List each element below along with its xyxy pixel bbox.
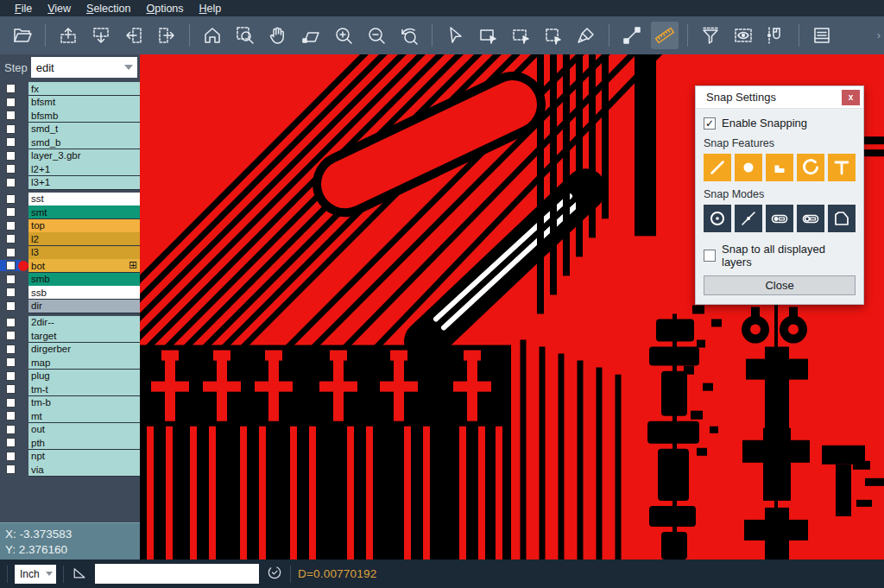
layer-color-bar[interactable]: bot⊞: [28, 259, 140, 272]
layer-row-top[interactable]: top: [0, 219, 140, 232]
layer-color-bar[interactable]: bfsmt: [28, 96, 140, 109]
report-button[interactable]: [808, 22, 836, 49]
snap-pad-button[interactable]: [735, 154, 762, 181]
snap-all-layers-checkbox[interactable]: [704, 250, 716, 262]
layer-row-l2+1[interactable]: l2+1: [0, 162, 140, 175]
ruler-button[interactable]: [651, 22, 679, 49]
layer-color-bar[interactable]: l2: [28, 232, 140, 245]
mode-slot-button[interactable]: [797, 205, 824, 232]
layer-visibility-checkbox[interactable]: [0, 248, 21, 257]
menu-options[interactable]: Options: [138, 1, 191, 16]
pcb-canvas[interactable]: Snap Settings x ✓ Enable Snapping Snap F…: [140, 54, 884, 560]
layer-visibility-checkbox[interactable]: [0, 452, 21, 461]
layer-color-bar[interactable]: fx: [28, 82, 140, 95]
pan-hand-button[interactable]: [264, 22, 292, 49]
layer-color-bar[interactable]: dir: [28, 300, 140, 313]
layer-row-bfsmb[interactable]: bfsmb: [0, 109, 140, 122]
layer-color-bar[interactable]: smb: [28, 273, 140, 286]
layer-visibility-checkbox[interactable]: [0, 124, 21, 134]
layer-row-smd_t[interactable]: smd_t: [0, 123, 140, 136]
enable-snapping-row[interactable]: ✓ Enable Snapping: [704, 117, 856, 130]
zoom-area-button[interactable]: [297, 22, 325, 49]
toolbar-overflow-chevron[interactable]: ›: [877, 28, 881, 41]
mode-midpoint-button[interactable]: [735, 205, 762, 232]
layer-visibility-checkbox[interactable]: [0, 411, 21, 420]
zoom-in-button[interactable]: [330, 22, 357, 49]
layer-visibility-checkbox[interactable]: [0, 465, 21, 474]
layer-visibility-checkbox[interactable]: [0, 221, 21, 231]
layer-visibility-checkbox[interactable]: [0, 301, 21, 311]
layer-color-bar[interactable]: 2dir--: [28, 316, 140, 329]
close-button[interactable]: Close: [704, 275, 856, 295]
layer-color-bar[interactable]: via: [28, 463, 140, 476]
layer-visibility-checkbox[interactable]: [0, 398, 21, 408]
snap-line-button[interactable]: [704, 154, 731, 181]
layer-row-sst[interactable]: sst: [0, 193, 140, 205]
mode-slot-end-button[interactable]: [766, 205, 793, 232]
snap-settings-titlebar[interactable]: Snap Settings x: [696, 86, 863, 109]
layer-visibility-checkbox[interactable]: [0, 207, 21, 217]
layer-visibility-checkbox[interactable]: [0, 178, 21, 187]
command-input[interactable]: [95, 564, 259, 584]
layer-row-target[interactable]: target: [0, 329, 140, 342]
angle-measure-icon[interactable]: [71, 564, 88, 585]
layer-row-smt[interactable]: smt: [0, 205, 140, 218]
layer-row-mt[interactable]: mt: [0, 409, 140, 422]
refresh-check-icon[interactable]: [266, 564, 283, 585]
measure-distance-button[interactable]: [618, 22, 646, 49]
snap-all-layers-row[interactable]: Snap to all displayed layers: [704, 243, 856, 269]
layer-color-bar[interactable]: ssb: [28, 286, 140, 299]
zoom-previous-button[interactable]: [395, 22, 423, 49]
snap-arc-button[interactable]: [797, 154, 824, 181]
snap-text-button[interactable]: [828, 154, 856, 181]
layer-visibility-checkbox[interactable]: [0, 98, 21, 107]
move-selection-down-button[interactable]: [87, 22, 115, 49]
layer-visibility-checkbox[interactable]: [0, 357, 21, 367]
layer-color-bar[interactable]: dirgerber: [28, 343, 140, 356]
enable-snapping-checkbox[interactable]: ✓: [704, 117, 716, 130]
layer-color-bar[interactable]: out: [28, 423, 140, 436]
menu-view[interactable]: View: [40, 1, 79, 16]
layer-visibility-checkbox[interactable]: [0, 234, 21, 243]
layer-row-bfsmt[interactable]: bfsmt: [0, 96, 140, 109]
select-pointer-button[interactable]: [441, 22, 469, 49]
unit-dropdown[interactable]: Inch: [15, 565, 56, 584]
layer-visibility-checkbox[interactable]: [0, 84, 21, 93]
layer-color-bar[interactable]: sst: [28, 193, 140, 205]
layer-row-dirgerber[interactable]: dirgerber: [0, 343, 140, 356]
magnet-snap-button[interactable]: [762, 22, 790, 49]
open-folder-button[interactable]: [9, 22, 36, 49]
step-dropdown[interactable]: edit: [31, 57, 137, 78]
layer-row-fx[interactable]: fx: [0, 82, 140, 95]
layer-color-bar[interactable]: target: [28, 329, 140, 342]
layer-color-bar[interactable]: mt: [28, 409, 140, 422]
layer-row-via[interactable]: via: [0, 463, 140, 476]
filter-button[interactable]: [697, 22, 724, 49]
move-selection-right-button[interactable]: [153, 22, 180, 49]
menu-selection[interactable]: Selection: [79, 1, 138, 16]
layer-row-pth[interactable]: pth: [0, 436, 140, 449]
layer-color-bar[interactable]: pth: [28, 436, 140, 449]
layer-row-tm-t[interactable]: tm-t: [0, 383, 140, 395]
layer-visibility-checkbox[interactable]: [0, 275, 21, 284]
layer-row-l3+1[interactable]: l3+1: [0, 176, 140, 189]
layer-visibility-checkbox[interactable]: [0, 288, 21, 297]
zoom-window-button[interactable]: [231, 22, 259, 49]
snap-corner-button[interactable]: [766, 154, 793, 181]
layer-color-bar[interactable]: smd_b: [28, 136, 140, 149]
move-selection-left-button[interactable]: [120, 22, 148, 49]
layer-color-bar[interactable]: tm-b: [28, 396, 140, 409]
layer-visibility-checkbox[interactable]: [0, 438, 21, 447]
layer-visibility-checkbox[interactable]: [0, 111, 21, 120]
layer-visibility-checkbox[interactable]: [0, 331, 21, 340]
layer-row-l2[interactable]: l2: [0, 232, 140, 245]
layer-color-bar[interactable]: map: [28, 356, 140, 369]
mode-contour-button[interactable]: [828, 205, 856, 232]
layer-row-tm-b[interactable]: tm-b: [0, 396, 140, 409]
layer-row-layer_3.gbr[interactable]: layer_3.gbr: [0, 149, 140, 162]
layer-row-dir[interactable]: dir: [0, 300, 140, 313]
layer-color-bar[interactable]: bfsmb: [28, 109, 140, 122]
close-icon[interactable]: x: [842, 90, 860, 105]
layer-visibility-checkbox[interactable]: [0, 164, 21, 174]
layer-visibility-checkbox[interactable]: [0, 194, 21, 204]
